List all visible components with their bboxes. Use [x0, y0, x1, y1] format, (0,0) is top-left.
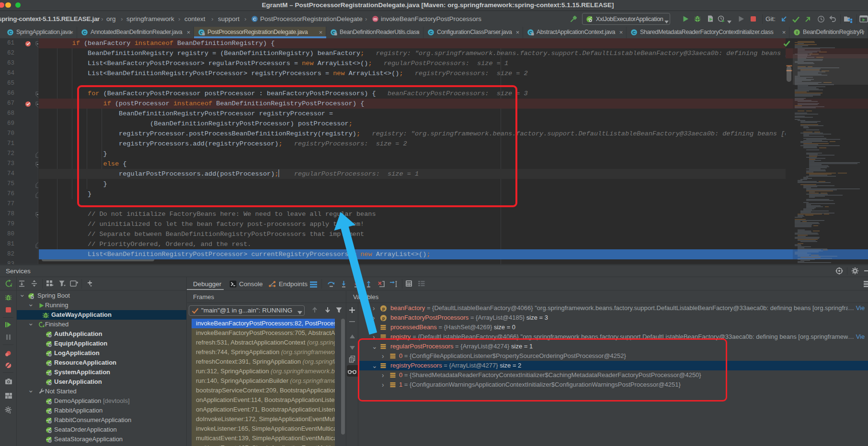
svg-text:p: p: [382, 306, 385, 312]
svg-text:p: p: [382, 316, 385, 321]
